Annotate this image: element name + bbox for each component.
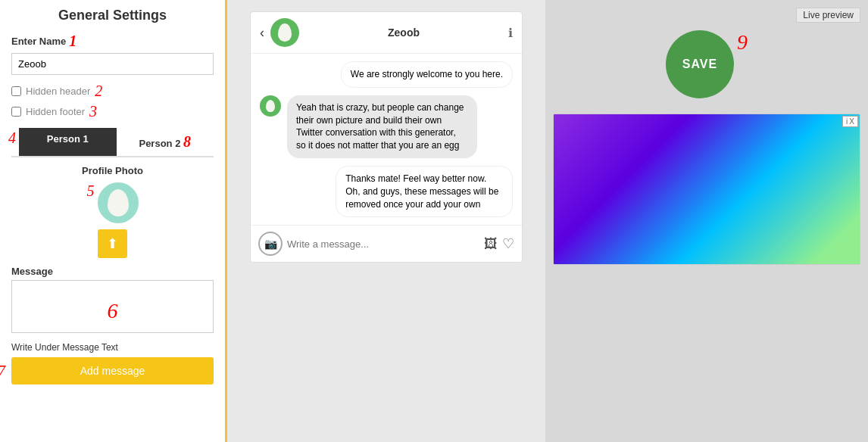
hidden-footer-label: Hidden footer [26, 106, 85, 117]
enter-name-label: Enter Name 1 [11, 33, 214, 50]
message-row-2: Yeah that is crazy, but people can chang… [260, 95, 513, 158]
small-avatar [260, 95, 281, 117]
ad-label: i X [842, 116, 858, 127]
ad-info-icon: i [846, 117, 848, 126]
message-input[interactable] [287, 238, 479, 250]
chat-input-bar: 📷 🖼 ♡ [251, 225, 522, 262]
header-avatar [270, 18, 299, 47]
annotation-1: 1 [69, 33, 76, 50]
annotation-3: 3 [89, 103, 97, 120]
avatar-egg [108, 189, 129, 216]
annotation-2: 2 [95, 82, 102, 100]
message-bubble-right-1: We are strongly welcome to you here. [341, 61, 513, 88]
message-textarea[interactable] [11, 280, 214, 333]
enter-name-input[interactable] [11, 53, 214, 75]
profile-photo-label: Profile Photo [11, 165, 214, 176]
chat-header-name: Zeoob [305, 26, 502, 39]
message-bubble-left-1: Yeah that is crazy, but people can chang… [287, 95, 477, 158]
avatar-circle [98, 182, 139, 223]
message-row-3: Thanks mate! Feel way better now. Oh, an… [260, 166, 513, 217]
image-icon[interactable]: 🖼 [484, 236, 498, 252]
right-panel: Live preview SAVE 9 i X [545, 0, 868, 442]
back-arrow-icon[interactable]: ‹ [260, 25, 264, 41]
annotation-9: 9 [737, 30, 748, 98]
chat-phone: ‹ Zeoob ℹ We are strongly welcome to you… [250, 11, 523, 263]
info-icon[interactable]: ℹ [508, 26, 513, 40]
upload-photo-button[interactable]: ⬆ [98, 229, 127, 258]
hidden-footer-row: Hidden footer 3 [11, 103, 214, 120]
upload-btn-container: ⬆ [11, 229, 214, 258]
hidden-header-label: Hidden header [26, 86, 90, 97]
settings-title: General Settings [11, 8, 214, 23]
add-message-button[interactable]: Add message [11, 357, 214, 384]
left-panel: General Settings Enter Name 1 Hidden hea… [0, 0, 227, 442]
save-btn-container: SAVE 9 [553, 30, 860, 98]
chat-messages: We are strongly welcome to you here. Yea… [251, 54, 522, 225]
person-tabs: 4 Person 1 Person 2 8 [11, 128, 214, 157]
annotation-5: 5 [87, 182, 95, 223]
message-bubble-right-2: Thanks mate! Feel way better now. Oh, an… [336, 166, 513, 217]
camera-button[interactable]: 📷 [258, 232, 283, 256]
tab-person1[interactable]: Person 1 [19, 128, 117, 156]
hidden-header-row: Hidden header 2 [11, 82, 214, 100]
message-row-1: We are strongly welcome to you here. [260, 61, 513, 88]
hidden-header-checkbox[interactable] [11, 86, 21, 96]
hidden-footer-checkbox[interactable] [11, 107, 21, 117]
write-under-label: Write Under Message Text [11, 342, 214, 353]
ad-close-button[interactable]: X [849, 117, 854, 126]
message-label: Message [11, 266, 214, 277]
avatar-container: 5 [11, 182, 214, 223]
chat-header: ‹ Zeoob ℹ [251, 12, 522, 54]
annotation-8: 8 [183, 133, 191, 150]
header-egg [278, 23, 292, 42]
save-button[interactable]: SAVE [666, 30, 734, 98]
annotation-7: 7 [0, 363, 5, 380]
ad-box: i X [553, 114, 860, 265]
annotation-4: 4 [8, 129, 16, 157]
small-egg [266, 100, 275, 112]
heart-icon[interactable]: ♡ [502, 235, 514, 252]
live-preview-label: Live preview [796, 8, 860, 23]
tab-person2[interactable]: Person 2 8 [117, 128, 214, 156]
middle-panel: ‹ Zeoob ℹ We are strongly welcome to you… [227, 0, 545, 442]
